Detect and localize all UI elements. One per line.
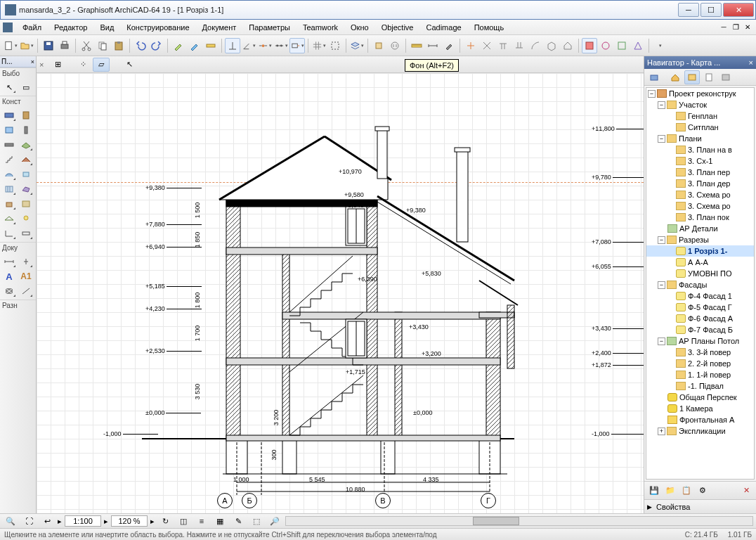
wall-end-tool[interactable]: [18, 226, 34, 240]
mesh-tool[interactable]: [1, 212, 17, 226]
menu-teamwork[interactable]: Teamwork: [297, 21, 344, 34]
dimension-tool[interactable]: [1, 255, 17, 269]
snap-angle-icon[interactable]: ▾: [241, 38, 256, 53]
grid-icon[interactable]: ▾: [311, 38, 327, 53]
nav-tab-viewmap[interactable]: [684, 70, 700, 84]
line-tool[interactable]: [18, 284, 34, 298]
pen-icon[interactable]: ✎: [230, 513, 246, 529]
pick-icon[interactable]: [171, 38, 186, 53]
label-tool[interactable]: A1: [18, 269, 34, 283]
h-scrollbar[interactable]: [285, 516, 753, 526]
redo-icon[interactable]: [149, 38, 164, 53]
intersect-icon[interactable]: [479, 38, 495, 53]
nav-newfolder-icon[interactable]: 📁: [663, 484, 678, 498]
renov-demo-icon[interactable]: [614, 38, 630, 53]
home-icon[interactable]: [560, 38, 575, 53]
zoom-prev-icon[interactable]: ↩: [39, 513, 55, 529]
level-tool[interactable]: [18, 255, 34, 269]
view3d-icon[interactable]: ◫: [176, 513, 191, 529]
menu-window[interactable]: Окно: [345, 21, 374, 34]
layers-icon[interactable]: ≡: [194, 513, 209, 529]
column-tool[interactable]: [18, 123, 34, 137]
dim-icon[interactable]: [425, 38, 441, 53]
snap-grid-icon[interactable]: ⊞: [49, 58, 66, 72]
toolbox-close[interactable]: ×: [31, 58, 34, 65]
marquee-tool[interactable]: ▭: [18, 80, 34, 94]
snap-perp-icon[interactable]: [225, 38, 240, 53]
beam-tool[interactable]: [1, 138, 17, 152]
inject-icon[interactable]: [187, 38, 202, 53]
close-button[interactable]: ✕: [723, 3, 754, 17]
paste-icon[interactable]: [111, 38, 126, 53]
lamp-tool[interactable]: [18, 212, 34, 226]
print-icon[interactable]: [57, 38, 72, 53]
renov-new-icon[interactable]: [598, 38, 613, 53]
reno-icon[interactable]: ⬚: [249, 513, 264, 529]
save-icon[interactable]: [41, 38, 56, 53]
copy-icon[interactable]: [95, 38, 110, 53]
find-icon[interactable]: 🔎: [267, 513, 282, 529]
cut-icon[interactable]: [79, 38, 94, 53]
zone-tool[interactable]: [18, 197, 34, 211]
menu-file[interactable]: Файл: [17, 21, 47, 34]
nav-settings-icon[interactable]: ⚙: [695, 484, 710, 498]
marquee-icon[interactable]: [327, 38, 343, 53]
snap-mid-icon[interactable]: ▾: [257, 38, 273, 53]
door-tool[interactable]: [18, 108, 34, 122]
object-tool[interactable]: [1, 197, 17, 211]
curtain-tool[interactable]: [1, 182, 17, 196]
zoom-window-icon[interactable]: 🔍: [3, 513, 18, 529]
zoom-input[interactable]: [111, 515, 148, 527]
trim-top-icon[interactable]: [495, 38, 511, 53]
fill-tool[interactable]: [1, 284, 17, 298]
nav-clone-icon[interactable]: 📋: [679, 484, 694, 498]
mdi-minimize[interactable]: ─: [718, 22, 729, 32]
snapbar-close[interactable]: ×: [39, 60, 44, 69]
nav-tab-layout[interactable]: [701, 70, 717, 84]
arrow-tool[interactable]: ↖: [1, 80, 17, 94]
snap-guide-icon[interactable]: ▱: [93, 58, 110, 72]
roof-tool[interactable]: [18, 153, 34, 167]
snap-div-icon[interactable]: ▾: [273, 38, 289, 53]
menu-construction[interactable]: Конструирование: [121, 21, 195, 34]
navigator-tree[interactable]: −Проект реконструк −Участок Генплан Ситп…: [646, 87, 755, 480]
menu-help[interactable]: Помощь: [469, 21, 510, 34]
menu-objective[interactable]: Objective: [376, 21, 419, 34]
mdi-close[interactable]: ✕: [742, 22, 753, 32]
zoom-fit-icon[interactable]: ⛶: [21, 513, 37, 529]
minimize-button[interactable]: ─: [678, 3, 699, 17]
nav-tab-home[interactable]: [667, 70, 683, 84]
nav-delete-icon[interactable]: ✕: [738, 484, 754, 498]
maximize-button[interactable]: ☐: [700, 3, 722, 17]
snap-ext-icon[interactable]: ▾: [289, 38, 305, 53]
undo-icon[interactable]: [133, 38, 148, 53]
trace-icon[interactable]: [371, 38, 386, 53]
orient-icon[interactable]: ↻: [157, 513, 173, 529]
menu-editor[interactable]: Редактор: [48, 21, 93, 34]
nav-tab-project[interactable]: [646, 70, 662, 84]
text-tool[interactable]: A: [1, 269, 17, 283]
window-tool[interactable]: [1, 123, 17, 137]
ruler-icon[interactable]: [409, 38, 424, 53]
mdi-restore[interactable]: ❐: [730, 22, 741, 32]
expand-icon[interactable]: −: [648, 90, 656, 98]
menu-cadimage[interactable]: Cadimage: [420, 21, 467, 34]
menu-parameters[interactable]: Параметры: [243, 21, 296, 34]
scale-input[interactable]: [65, 515, 101, 527]
more-icon[interactable]: ▾: [652, 38, 667, 53]
navigator-close[interactable]: ×: [749, 58, 753, 67]
corner-tool[interactable]: [1, 226, 17, 240]
box-icon[interactable]: [544, 38, 559, 53]
tools-icon[interactable]: [441, 38, 457, 53]
new-icon[interactable]: ▾: [3, 38, 18, 53]
slab-tool[interactable]: [18, 138, 34, 152]
model-icon[interactable]: ▦: [212, 513, 228, 529]
shell-tool[interactable]: [1, 167, 17, 181]
suspend-icon[interactable]: [387, 38, 403, 53]
renov-filter-icon[interactable]: [582, 38, 597, 53]
open-icon[interactable]: ▾: [19, 38, 34, 53]
adjust2-icon[interactable]: [528, 38, 543, 53]
wall-tool[interactable]: [1, 108, 17, 122]
stair-tool[interactable]: [1, 153, 17, 167]
drawing-canvas[interactable]: +9,380 +7,880 +6,940 +5,185 +4,230 +2,53…: [37, 73, 644, 513]
